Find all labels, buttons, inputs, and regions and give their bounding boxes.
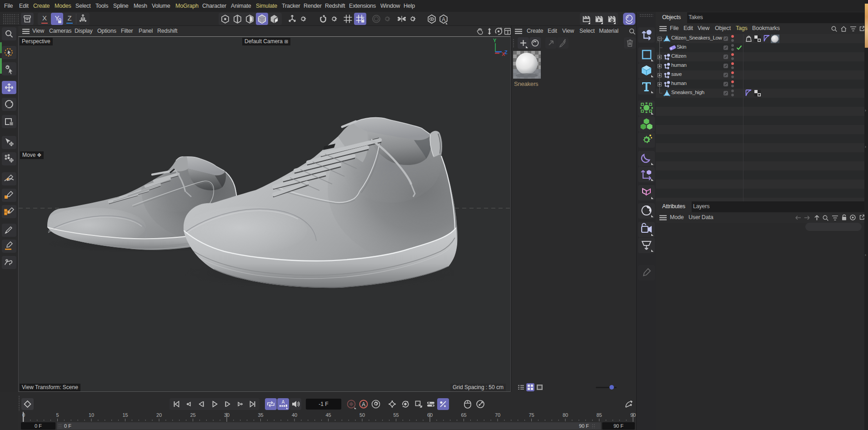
svg-text:40: 40 (292, 412, 297, 418)
svg-text:75: 75 (529, 412, 534, 418)
svg-text:70: 70 (495, 412, 500, 418)
svg-text:10: 10 (89, 412, 94, 418)
svg-text:50: 50 (359, 412, 365, 418)
svg-text:5: 5 (56, 412, 59, 418)
svg-text:65: 65 (461, 412, 466, 418)
svg-text:20: 20 (156, 412, 162, 418)
svg-text:55: 55 (393, 412, 399, 418)
svg-text:A: A (442, 16, 445, 23)
svg-text:Z: Z (504, 50, 508, 55)
svg-text:45: 45 (325, 412, 331, 418)
svg-text:85: 85 (596, 412, 602, 418)
svg-text:15: 15 (122, 412, 128, 418)
svg-text:A: A (362, 401, 365, 408)
svg-text:A: A (282, 400, 285, 405)
svg-text:80: 80 (563, 412, 568, 418)
svg-text:35: 35 (258, 412, 263, 418)
svg-text:25: 25 (190, 412, 195, 418)
svg-text:Y: Y (493, 38, 497, 43)
